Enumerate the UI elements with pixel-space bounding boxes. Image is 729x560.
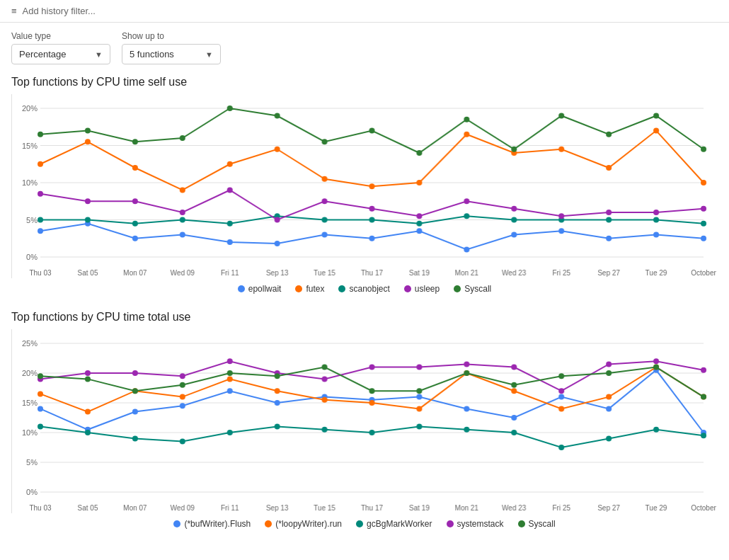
chart2-title: Top functions by CPU time total use [11, 311, 718, 324]
gcbgmark-dot [356, 520, 363, 527]
value-type-label: Value type [11, 31, 110, 41]
usleep-dot [404, 285, 411, 292]
legend-bufwriter: (*bufWriter).Flush [173, 519, 251, 529]
show-up-to-select[interactable]: 5 functions 10 functions 15 functions [130, 49, 200, 59]
scanobject-label: scanobject [349, 284, 389, 294]
loopywriter-label: (*loopyWriter).run [275, 519, 342, 529]
show-up-to-chevron: ▼ [205, 50, 213, 59]
filter-icon: ≡ [11, 6, 17, 16]
chart1-container [11, 94, 718, 278]
show-up-to-group: Show up to 5 functions 10 functions 15 f… [122, 31, 221, 64]
legend-epollwait: epollwait [238, 284, 282, 294]
syscall2-dot [518, 520, 525, 527]
controls: Value type Percentage Count ▼ Show up to… [0, 23, 729, 70]
chart2-legend: (*bufWriter).Flush (*loopyWriter).run gc… [11, 519, 718, 529]
legend-loopywriter: (*loopyWriter).run [265, 519, 342, 529]
value-type-select-wrapper[interactable]: Percentage Count ▼ [11, 44, 110, 64]
usleep-label: usleep [415, 284, 440, 294]
syscall2-label: Syscall [529, 519, 556, 529]
futex-dot [295, 285, 302, 292]
futex-label: futex [306, 284, 324, 294]
show-up-to-label: Show up to [122, 31, 221, 41]
loopywriter-dot [265, 520, 272, 527]
bufwriter-dot [173, 520, 180, 527]
value-type-group: Value type Percentage Count ▼ [11, 31, 110, 64]
epollwait-label: epollwait [248, 284, 282, 294]
legend-gcbgmark: gcBgMarkWorker [356, 519, 432, 529]
legend-usleep: usleep [404, 284, 440, 294]
systemstack-dot [447, 520, 454, 527]
legend-scanobject: scanobject [338, 284, 389, 294]
scanobject-dot [338, 285, 345, 292]
legend-systemstack: systemstack [447, 519, 504, 529]
value-type-chevron: ▼ [95, 50, 103, 59]
syscall1-dot [454, 285, 461, 292]
chart1-section: Top functions by CPU time self use epoll… [0, 70, 729, 305]
gcbgmark-label: gcBgMarkWorker [367, 519, 432, 529]
legend-futex: futex [295, 284, 324, 294]
filter-placeholder[interactable]: Add history filter... [23, 6, 96, 16]
show-up-to-select-wrapper[interactable]: 5 functions 10 functions 15 functions ▼ [122, 44, 221, 64]
epollwait-dot [238, 285, 245, 292]
chart2-section: Top functions by CPU time total use (*bu… [0, 305, 729, 540]
chart1-title: Top functions by CPU time self use [11, 76, 718, 88]
chart2-container [11, 329, 718, 513]
legend-syscall2: Syscall [518, 519, 556, 529]
chart1-legend: epollwait futex scanobject usleep Syscal… [11, 284, 718, 294]
systemstack-label: systemstack [457, 519, 504, 529]
toolbar: ≡ Add history filter... [0, 0, 729, 23]
chart2-canvas [12, 329, 718, 513]
legend-syscall1: Syscall [454, 284, 491, 294]
bufwriter-label: (*bufWriter).Flush [184, 519, 251, 529]
value-type-select[interactable]: Percentage Count [19, 49, 89, 59]
chart1-canvas [12, 94, 718, 278]
syscall1-label: Syscall [464, 284, 491, 294]
